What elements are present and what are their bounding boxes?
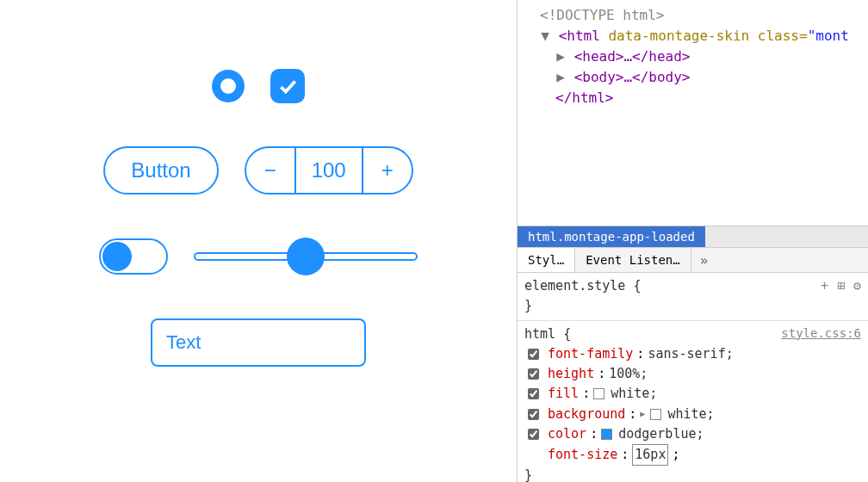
html-rule-close: }	[524, 466, 861, 482]
settings-gear-icon[interactable]: ⚙	[853, 276, 861, 296]
head-tag: <head>…</head>	[574, 48, 691, 65]
radio-button[interactable]	[212, 70, 245, 102]
prop-name: color	[548, 424, 586, 444]
html-class-value: "mont	[808, 28, 849, 44]
checkbox[interactable]	[270, 69, 305, 103]
rule-font-size[interactable]: font-size: 16px;	[524, 444, 861, 466]
slider-thumb[interactable]	[287, 238, 325, 275]
devtools-panel: <!DOCTYPE html> ▼ <html data-montage-ski…	[517, 0, 868, 482]
stepper-plus[interactable]: +	[363, 148, 412, 193]
prop-name: font-size	[548, 445, 617, 465]
color-swatch-icon[interactable]	[650, 409, 661, 420]
body-line[interactable]: ▶ <body>…</body>	[524, 67, 861, 88]
expand-tri-icon[interactable]: ▶	[640, 407, 645, 421]
row-toggle-slider	[99, 238, 418, 275]
element-style-block[interactable]: + ⊞ ⚙ element.style { }	[518, 273, 868, 321]
row-button-stepper: Button − 100 +	[103, 146, 412, 195]
dom-breadcrumb[interactable]: html.montage-app-loaded	[518, 226, 868, 248]
color-swatch-icon[interactable]	[601, 429, 612, 440]
rule-color[interactable]: color: dodgerblue;	[524, 424, 861, 444]
slider[interactable]	[194, 238, 418, 275]
generic-button[interactable]: Button	[103, 146, 218, 195]
dom-tree[interactable]: <!DOCTYPE html> ▼ <html data-montage-ski…	[518, 0, 868, 226]
stepper-value[interactable]: 100	[294, 148, 363, 193]
prop-value[interactable]: white;	[611, 384, 657, 404]
rule-height[interactable]: height: 100%;	[524, 364, 861, 384]
rule-checkbox[interactable]	[528, 368, 539, 380]
html-attr-class: class=	[749, 28, 807, 44]
html-rule-block[interactable]: style.css:6 html { font-family: sans-ser…	[518, 321, 868, 483]
html-open-line[interactable]: ▼ <html data-montage-skin class="mont	[524, 26, 861, 46]
rule-checkbox[interactable]	[528, 409, 539, 420]
check-icon	[276, 75, 299, 97]
expand-arrow-icon[interactable]: ▶	[555, 67, 566, 88]
body-tag: <body>…</body>	[574, 69, 691, 85]
tab-styles[interactable]: Styl…	[518, 248, 575, 272]
toggle-switch[interactable]	[99, 238, 168, 275]
text-input[interactable]	[151, 318, 366, 367]
styles-panel-tabs: Styl… Event Listen… »	[518, 248, 868, 273]
style-toolbar: + ⊞ ⚙	[821, 276, 861, 296]
row-radio-checkbox	[212, 69, 305, 103]
rule-checkbox[interactable]	[528, 388, 539, 399]
prop-name: font-family	[548, 344, 633, 364]
toggle-knob	[102, 242, 132, 271]
row-text-input	[151, 318, 366, 367]
rule-font-family[interactable]: font-family: sans-serif;	[524, 344, 861, 364]
prop-value[interactable]: dodgerblue;	[618, 424, 704, 444]
prop-name: background	[548, 405, 625, 424]
rule-checkbox[interactable]	[528, 349, 539, 360]
html-tag-close: </html>	[555, 90, 613, 106]
html-tag-open: <html	[559, 28, 600, 44]
stepper-minus[interactable]: −	[246, 148, 294, 193]
source-link[interactable]: style.css:6	[781, 324, 861, 343]
toggle-grid-icon[interactable]: ⊞	[837, 276, 845, 296]
prop-value[interactable]: sans-serif;	[648, 344, 733, 364]
component-showcase: Button − 100 +	[0, 0, 517, 482]
number-stepper: − 100 +	[245, 146, 413, 195]
breadcrumb-item[interactable]: html.montage-app-loaded	[518, 226, 705, 247]
html-close-line: </html>	[524, 88, 861, 108]
html-attr-skin: data-montage-skin	[600, 28, 749, 44]
semicolon: ;	[672, 445, 679, 465]
prop-name: fill	[548, 384, 579, 404]
element-style-selector: element.style {	[524, 276, 861, 296]
add-rule-icon[interactable]: +	[821, 276, 828, 296]
expand-arrow-icon[interactable]: ▼	[540, 26, 550, 46]
prop-name: height	[548, 364, 594, 384]
radio-inner-dot	[220, 78, 236, 94]
rule-background[interactable]: background: ▶ white;	[524, 405, 861, 424]
prop-value[interactable]: white;	[667, 405, 714, 424]
expand-arrow-icon[interactable]: ▶	[555, 46, 566, 67]
rule-checkbox[interactable]	[528, 429, 539, 440]
prop-value[interactable]: 100%;	[609, 364, 648, 384]
tab-event-listeners[interactable]: Event Listen…	[575, 248, 691, 272]
color-swatch-icon[interactable]	[593, 388, 604, 399]
rule-fill[interactable]: fill: white;	[524, 384, 861, 404]
tabs-overflow-icon[interactable]: »	[691, 252, 717, 269]
element-style-close: }	[524, 296, 861, 316]
head-line[interactable]: ▶ <head>…</head>	[524, 46, 861, 67]
doctype-line: <!DOCTYPE html>	[524, 5, 861, 26]
prop-value-editing[interactable]: 16px	[632, 444, 668, 466]
